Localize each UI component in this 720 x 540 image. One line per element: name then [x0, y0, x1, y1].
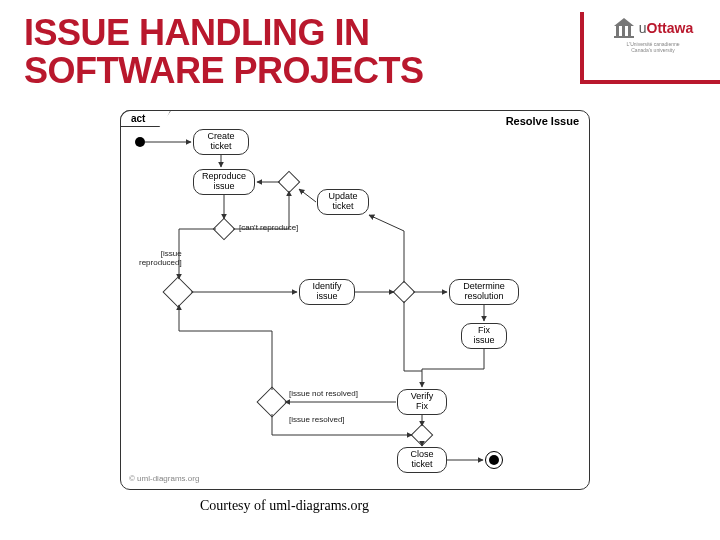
- node-create-ticket: Create ticket: [193, 129, 249, 155]
- brand-logo: uOttawa: [613, 16, 693, 40]
- brand-tagline: L'Université canadienne Canada's univers…: [626, 42, 679, 53]
- node-reproduce-issue: Reproduce issue: [193, 169, 255, 195]
- brand-prefix: u: [639, 20, 647, 36]
- university-icon: [613, 16, 635, 40]
- guard-cant-reproduce: [can't reproduce]: [239, 223, 298, 232]
- node-identify-issue: Identify issue: [299, 279, 355, 305]
- guard-not-resolved: [issue not resolved]: [289, 389, 358, 398]
- page-title: ISSUE HANDLING IN SOFTWARE PROJECTS: [24, 14, 424, 90]
- svg-rect-1: [616, 26, 619, 36]
- activity-frame: act Resolve Issue Create ticket Reproduc…: [120, 110, 590, 490]
- decision-resolved-icon: [256, 386, 287, 417]
- merge-identify-icon: [162, 276, 193, 307]
- merge-reproduce-icon: [278, 171, 301, 194]
- title-text: ISSUE HANDLING IN SOFTWARE PROJECTS: [24, 12, 424, 91]
- node-update-ticket: Update ticket: [317, 189, 369, 215]
- decision-reproduce-icon: [213, 218, 236, 241]
- svg-rect-0: [614, 36, 634, 38]
- node-verify-fix: Verify Fix: [397, 389, 447, 415]
- brand-block: uOttawa L'Université canadienne Canada's…: [580, 12, 720, 84]
- frame-title: Resolve Issue: [506, 115, 579, 127]
- brand-main: Ottawa: [647, 20, 694, 36]
- node-fix-issue: Fix issue: [461, 323, 507, 349]
- svg-marker-4: [614, 18, 634, 26]
- guard-resolved: [issue resolved]: [289, 415, 345, 424]
- merge-path-icon: [393, 281, 416, 304]
- svg-line-11: [299, 189, 316, 202]
- node-close-ticket: Close ticket: [397, 447, 447, 473]
- merge-close-icon: [411, 424, 434, 447]
- frame-keyword: act: [120, 110, 171, 127]
- courtesy-text: Courtesy of uml-diagrams.org: [200, 498, 369, 514]
- final-node-icon: [485, 451, 503, 469]
- diagram-watermark: © uml-diagrams.org: [129, 474, 199, 483]
- initial-node-icon: [135, 137, 145, 147]
- edges-layer: [121, 111, 591, 491]
- svg-rect-3: [628, 26, 631, 36]
- svg-rect-2: [622, 26, 625, 36]
- brand-name: uOttawa: [639, 20, 693, 36]
- node-determine-resolution: Determine resolution: [449, 279, 519, 305]
- guard-issue-reproduced: [issue reproduced]: [139, 249, 182, 267]
